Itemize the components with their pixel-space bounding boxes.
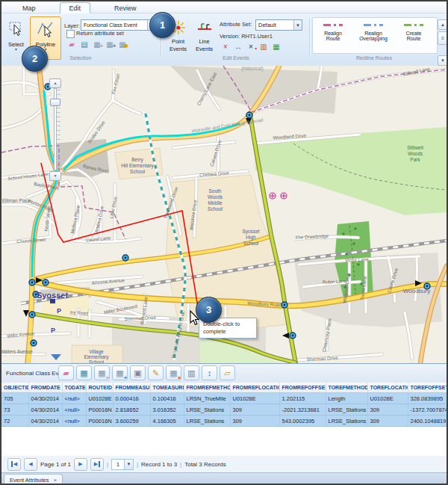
line-events-button[interactable]: Line Events [191, 16, 217, 60]
return-attribute-set-checkbox[interactable] [66, 30, 75, 38]
attributes-table: OBJECTIDFROMDATETODATEROUTEIDFROMMEASURE… [1, 383, 447, 427]
snap-event-icon[interactable]: ×• [246, 42, 256, 52]
map-label: Berry [131, 157, 143, 163]
column-header[interactable]: FROMREFOFFSET [279, 383, 326, 393]
related-records-icon[interactable]: ▥ [184, 365, 199, 380]
layer-dropdown[interactable]: Functional Class Event ▼ [81, 19, 156, 31]
version-text: Version: RHT1.User1 [220, 33, 273, 40]
table-row[interactable]: 7304/30/2014<null>P00016N2.8186523.01635… [1, 404, 447, 416]
zoom-in-icon[interactable]: ▲ [49, 78, 61, 88]
pagination-bar: ◀ ◀ Page 1 of 1 ▶ ▶ | 1 ▼ | Record 1 to … [1, 456, 447, 473]
scroll-down-icon[interactable]: ▼ [438, 55, 448, 66]
callout-1: 1 [149, 12, 175, 38]
column-header[interactable]: FROMREFMETHOD [184, 383, 230, 393]
select-tool-icon [4, 19, 28, 40]
page-number-input[interactable]: 1 [111, 459, 125, 470]
attribute-set-dropdown[interactable]: Default ▼ [255, 19, 302, 31]
map-label: P [51, 327, 55, 334]
add-selection-icon[interactable]: ▦+ [92, 40, 102, 50]
edit-attributes-icon[interactable]: ✎ [148, 365, 164, 380]
column-header[interactable]: ROUTEID [86, 383, 113, 393]
selection-icon-strip: ▰▤▦+▦+▦✱ [66, 40, 128, 50]
polyline-tool-icon [31, 19, 60, 40]
last-page-button[interactable]: ▶ [90, 458, 104, 471]
map-label: Middle [208, 200, 223, 206]
map-label: School [130, 169, 145, 174]
return-attribute-set-label: Return attribute set [76, 30, 124, 37]
column-header[interactable]: TOMEASURE [150, 383, 184, 393]
map-label: Woodbury [403, 288, 430, 294]
map-label: Park [410, 157, 420, 162]
column-header[interactable]: TOREFLOCATION [367, 383, 408, 393]
next-page-button[interactable]: ▶ [74, 458, 87, 471]
scroll-up-icon[interactable]: ▲ [438, 19, 448, 30]
table-row[interactable]: 70504/30/2014<null>U01028E0.0004160.1004… [1, 393, 447, 404]
save-icon[interactable]: ▣ [130, 365, 146, 380]
table-header-row: OBJECTIDFROMDATETODATEROUTEIDFROMMEASURE… [1, 383, 447, 393]
column-header[interactable]: TOREFOFFSET [408, 383, 447, 393]
column-header[interactable]: TOREFMETHOD [326, 383, 367, 393]
selectable-layers-icon[interactable]: ▦✱ [117, 40, 128, 50]
map-label: Elliman Place [2, 198, 31, 203]
tab-event-attributes[interactable]: Event Attributes × [4, 474, 63, 485]
event-attributes-panel: Functional Class Event ▰▦▦+▦+▣✎▦×▥↕▱ OBJ… [1, 363, 447, 484]
redline-dash-icon [323, 24, 343, 26]
redline-dash-icon [364, 24, 383, 26]
zoom-slider-handle[interactable] [50, 99, 60, 106]
total-records-text: Total 3 Records [184, 461, 226, 468]
add-selected-icon[interactable]: ▦+ [112, 365, 128, 380]
record-range-text: Record 1 to 3 [141, 461, 177, 468]
delete-row-icon[interactable]: ▦× [166, 365, 181, 380]
line-events-icon [192, 19, 217, 37]
create-route-button[interactable]: CreateRoute [393, 18, 434, 53]
map-label: Hill Elementary [121, 163, 154, 169]
close-tab-icon[interactable]: × [54, 477, 57, 484]
list-icon[interactable]: ▤ [79, 40, 90, 50]
panel-toolbar: ▰▦▦+▦+▣✎▦×▥↕▱ [58, 365, 235, 380]
zoom-out-icon[interactable]: ▼ [49, 171, 61, 181]
column-header[interactable]: FROMMEASURE [113, 383, 150, 393]
ribbon-scrollbar[interactable]: ▲ ≡ ▼ [438, 19, 447, 67]
event-editor-window: Map Edit Review Select ▾ Polyline ▾ [0, 0, 448, 485]
callout-3: 3 [196, 297, 222, 323]
callout-2: 2 [22, 46, 48, 72]
merge-events-icon[interactable]: ↔ [233, 42, 243, 52]
realign-overlapping-button[interactable]: RealignOverlapping [353, 18, 393, 53]
map-label: P [57, 307, 61, 315]
map-zoom-slider[interactable]: ▲ ▼ [49, 78, 61, 180]
sort-icon[interactable]: ↕ [202, 365, 217, 380]
split-event-icon[interactable]: × [220, 42, 231, 52]
tab-edit[interactable]: Edit [60, 2, 91, 13]
table-row[interactable]: 7204/30/2014<null>P00016N3.6002594.16630… [1, 416, 447, 427]
realign-route-button[interactable]: RealignRoute [313, 18, 353, 53]
redline-dash-icon [404, 24, 423, 26]
column-header[interactable]: OBJECTID [1, 383, 28, 393]
open-folder-icon[interactable]: ▱ [220, 365, 235, 380]
column-header[interactable]: FROMDATE [28, 383, 62, 393]
map-label: School [208, 206, 223, 211]
collapse-arrow-icon[interactable] [51, 354, 61, 360]
eraser-icon[interactable]: ▰ [66, 40, 77, 50]
table-icon[interactable]: ▦ [76, 365, 92, 380]
column-header[interactable]: TODATE [62, 383, 86, 393]
tab-map[interactable]: Map [13, 3, 45, 13]
event-attributes-icon[interactable]: ▥ [258, 42, 269, 52]
add-row-icon[interactable]: ▦+ [94, 365, 110, 380]
scroll-thumb[interactable]: ≡ [438, 31, 448, 45]
add-to-selection-icon[interactable]: ▦+ [105, 40, 115, 50]
eraser-icon[interactable]: ▰ [58, 365, 74, 380]
map-label: (historical) [241, 66, 263, 72]
attribute-set-label: Attribute Set: [220, 21, 252, 28]
redline-routes-box: RealignRouteRealignOverlappingCreateRout… [312, 17, 438, 54]
tab-review[interactable]: Review [105, 3, 146, 13]
attribute-set-icon[interactable]: ▦ [271, 42, 281, 52]
attribute-set-dropdown-caret[interactable]: ▼ [293, 20, 302, 30]
redline-routes-group-label: Redline Routes [312, 55, 436, 61]
first-page-button[interactable]: ◀ [7, 458, 21, 471]
column-header[interactable]: FROMREFLOCATION [230, 383, 279, 393]
page-number-caret[interactable]: ▼ [124, 459, 134, 470]
edit-events-group-label: Edit Events [165, 55, 307, 61]
edit-events-icon-strip: ×↔×•▥▦ [220, 42, 281, 52]
prev-page-button[interactable]: ◀ [24, 458, 37, 471]
panel-header: Functional Class Event ▰▦▦+▦+▣✎▦×▥↕▱ [1, 364, 447, 383]
